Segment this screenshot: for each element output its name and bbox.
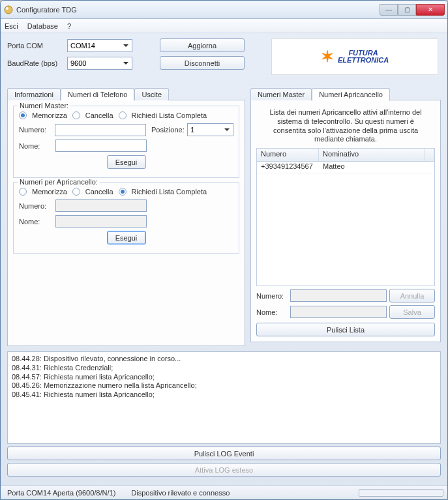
table-row[interactable]: +393491234567Matteo [257,162,434,173]
log-area[interactable]: 08.44.28: Dispositivo rilevato, connessi… [7,351,441,444]
tab-informazioni[interactable]: Informazioni [7,88,61,100]
master-esegui-button[interactable]: Esegui [107,155,146,169]
apric-esegui-button[interactable]: Esegui [107,231,146,244]
log-line: 08.44.28: Dispositivo rilevato, connessi… [12,355,436,364]
annulla-button[interactable]: Annulla [389,289,435,302]
master-legend: Numeri Master: [18,102,70,110]
apric-numero-label: Numero: [19,202,53,210]
status-dispositivo: Dispositivo rilevato e connesso [128,489,232,497]
client-area: Porta COM COM14 Aggiorna BaudRate (bps) … [1,33,447,479]
maximize-button[interactable]: ▢ [398,4,416,16]
right-tab-panel: Lista dei numeri Apricancello attivi all… [250,100,441,342]
menu-database[interactable]: Database [27,22,58,30]
status-porta: Porta COM14 Aperta (9600/8/N/1) [5,489,118,497]
right-nome-input[interactable] [290,306,387,318]
window-controls: — ▢ ✕ [380,4,445,16]
left-tabs: Informazioni Numeri di Telefono Uscite N… [7,88,245,346]
porta-label: Porta COM [7,42,63,50]
log-line: 08.44.31: Richiesta Credenziali; [12,364,436,373]
col-numero-header[interactable]: Numero [257,149,319,161]
master-posizione-combo[interactable]: 1 [187,123,233,136]
grid-header: Numero Nominativo [257,149,434,162]
master-numero-label: Numero: [19,126,52,134]
attiva-log-esteso-button[interactable]: Attiva LOG esteso [7,463,441,477]
tab-numeri-master[interactable]: Numeri Master [250,88,312,100]
disconnetti-button[interactable]: Disconnetti [160,56,245,70]
master-nome-label: Nome: [19,142,53,150]
aggiorna-button[interactable]: Aggiorna [160,38,245,52]
master-cancella-radio[interactable] [72,111,80,119]
log-line: 08.44.57: Richiesta numeri lista Aprican… [12,373,436,382]
master-memorizza-label: Memorizza [32,111,67,119]
logo-star-icon: ✶ [321,49,334,65]
porta-combo[interactable]: COM14 [67,39,132,52]
app-icon [3,5,14,15]
right-nome-label: Nome: [256,308,288,316]
master-memorizza-radio[interactable] [19,111,27,119]
apric-legend: Numeri per Apricancello: [18,178,100,186]
left-tab-panel: Numeri Master: Memorizza Cancella Richie… [7,100,245,346]
pulisci-lista-button[interactable]: Pulisci Lista [256,323,435,336]
master-fieldset: Numeri Master: Memorizza Cancella Richie… [13,106,239,178]
master-richiedi-radio[interactable] [119,111,127,119]
master-richiedi-label: Richiedi Lista Completa [132,111,207,119]
pulisci-log-button[interactable]: Pulisci LOG Eventi [7,447,441,460]
log-line: 08.45.26: Memorizzazione numero nella li… [12,381,436,390]
tab-uscite[interactable]: Uscite [134,88,169,100]
logo: ✶ FUTURAELETTRONICA [271,38,438,75]
baud-label: BaudRate (bps) [7,59,63,67]
right-numero-label: Numero: [256,292,288,300]
apric-numero-input[interactable] [55,199,147,212]
apric-memorizza-radio[interactable] [19,188,27,196]
logo-text: FUTURAELETTRONICA [338,50,389,64]
statusbar: Porta COM14 Aperta (9600/8/N/1) Disposit… [1,485,447,499]
right-numero-input[interactable] [290,289,387,302]
tab-numeri-apricancello[interactable]: Numeri Apricancello [312,88,390,101]
cell-numero: +393491234567 [257,162,319,173]
menubar: Esci Database ? [1,19,447,33]
right-tabs: Numeri Master Numeri Apricancello Lista … [250,88,441,342]
minimize-button[interactable]: — [380,4,398,16]
baud-combo[interactable]: 9600 [67,57,132,70]
svg-point-1 [6,7,8,10]
tab-numeri-telefono[interactable]: Numeri di Telefono [61,88,135,101]
apric-memorizza-label: Memorizza [32,188,67,196]
status-progress [359,489,443,497]
cell-nominativo: Matteo [319,162,434,173]
master-numero-input[interactable] [55,124,146,136]
apric-description: Lista dei numeri Apricancello attivi all… [256,106,435,148]
menu-help[interactable]: ? [67,22,71,30]
apric-cancella-radio[interactable] [72,188,80,196]
close-button[interactable]: ✕ [416,4,445,16]
baud-value: 9600 [70,59,86,67]
master-cancella-label: Cancella [85,111,113,119]
menu-esci[interactable]: Esci [5,22,18,30]
apric-richiedi-radio[interactable] [119,188,127,196]
svg-point-0 [5,6,12,14]
salva-button[interactable]: Salva [389,305,435,319]
apric-richiedi-label: Richiedi Lista Completa [132,188,207,196]
master-posizione-value: 1 [190,126,194,134]
log-line: 08.45.41: Richiesta numeri lista Aprican… [12,390,436,400]
grid-body[interactable]: +393491234567Matteo [257,162,434,286]
apric-grid: Numero Nominativo +393491234567Matteo [256,148,435,286]
porta-value: COM14 [70,42,95,50]
apric-cancella-label: Cancella [85,188,113,196]
titlebar: Configuratore TDG — ▢ ✕ [1,1,447,19]
apric-nome-label: Nome: [19,218,53,226]
master-posizione-label: Posizione: [151,126,185,134]
window-title: Configuratore TDG [16,6,380,14]
apric-nome-input[interactable] [55,215,147,228]
apric-fieldset: Numeri per Apricancello: Memorizza Cance… [13,182,239,254]
window: Configuratore TDG — ▢ ✕ Esci Database ? … [0,0,448,500]
master-nome-input[interactable] [55,140,147,152]
col-nominativo-header[interactable]: Nominativo [319,149,425,161]
